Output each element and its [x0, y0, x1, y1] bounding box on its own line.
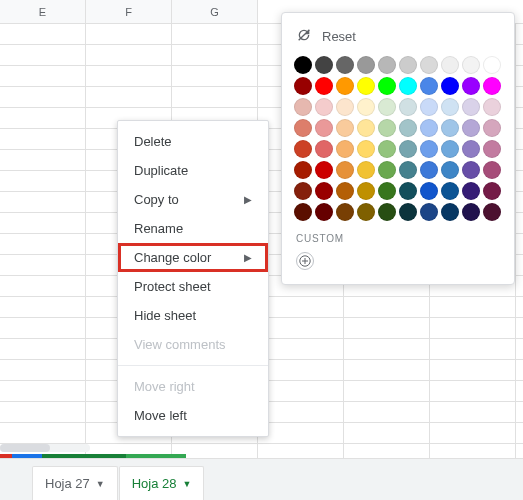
grid-cell[interactable] [0, 171, 86, 191]
color-swatch[interactable] [483, 77, 501, 95]
sheet-tab[interactable]: Hoja 28▼ [119, 466, 205, 500]
menu-delete[interactable]: Delete [118, 127, 268, 156]
color-swatch[interactable] [462, 140, 480, 158]
color-swatch[interactable] [336, 77, 354, 95]
grid-cell[interactable] [0, 150, 86, 170]
grid-cell[interactable] [172, 87, 258, 107]
color-swatch[interactable] [378, 182, 396, 200]
grid-cell[interactable] [430, 318, 516, 338]
grid-cell[interactable] [0, 381, 86, 401]
color-swatch[interactable] [378, 161, 396, 179]
color-swatch[interactable] [315, 56, 333, 74]
color-swatch[interactable] [483, 98, 501, 116]
color-swatch[interactable] [357, 203, 375, 221]
column-header[interactable]: F [86, 0, 172, 23]
color-swatch[interactable] [399, 98, 417, 116]
color-swatch[interactable] [294, 182, 312, 200]
color-swatch[interactable] [441, 161, 459, 179]
grid-cell[interactable] [258, 360, 344, 380]
reset-row[interactable]: Reset [294, 23, 502, 56]
grid-cell[interactable] [172, 66, 258, 86]
grid-cell[interactable] [0, 24, 86, 44]
color-swatch[interactable] [441, 77, 459, 95]
grid-cell[interactable] [258, 297, 344, 317]
color-swatch[interactable] [420, 77, 438, 95]
color-swatch[interactable] [294, 98, 312, 116]
grid-cell[interactable] [172, 24, 258, 44]
grid-cell[interactable] [0, 423, 86, 443]
color-swatch[interactable] [462, 182, 480, 200]
grid-cell[interactable] [344, 381, 430, 401]
grid-cell[interactable] [86, 45, 172, 65]
grid-cell[interactable] [430, 339, 516, 359]
color-swatch[interactable] [483, 119, 501, 137]
color-swatch[interactable] [420, 182, 438, 200]
grid-cell[interactable] [172, 45, 258, 65]
grid-cell[interactable] [0, 297, 86, 317]
horizontal-scrollbar[interactable] [0, 444, 90, 452]
grid-cell[interactable] [258, 423, 344, 443]
color-swatch[interactable] [441, 119, 459, 137]
color-swatch[interactable] [378, 119, 396, 137]
scrollbar-thumb[interactable] [0, 444, 50, 452]
color-swatch[interactable] [315, 77, 333, 95]
color-swatch[interactable] [420, 203, 438, 221]
color-swatch[interactable] [357, 182, 375, 200]
grid-cell[interactable] [0, 45, 86, 65]
menu-duplicate[interactable]: Duplicate [118, 156, 268, 185]
grid-cell[interactable] [430, 297, 516, 317]
grid-cell[interactable] [258, 318, 344, 338]
color-swatch[interactable] [336, 98, 354, 116]
grid-cell[interactable] [0, 234, 86, 254]
grid-cell[interactable] [0, 192, 86, 212]
color-swatch[interactable] [357, 161, 375, 179]
color-swatch[interactable] [399, 77, 417, 95]
color-swatch[interactable] [378, 98, 396, 116]
menu-hide-sheet[interactable]: Hide sheet [118, 301, 268, 330]
color-swatch[interactable] [420, 161, 438, 179]
menu-rename[interactable]: Rename [118, 214, 268, 243]
color-swatch[interactable] [378, 77, 396, 95]
color-swatch[interactable] [357, 98, 375, 116]
grid-cell[interactable] [0, 276, 86, 296]
color-swatch[interactable] [336, 119, 354, 137]
color-swatch[interactable] [420, 98, 438, 116]
color-swatch[interactable] [315, 98, 333, 116]
grid-cell[interactable] [344, 423, 430, 443]
color-swatch[interactable] [462, 161, 480, 179]
grid-cell[interactable] [430, 402, 516, 422]
grid-cell[interactable] [0, 213, 86, 233]
add-custom-color-button[interactable] [296, 252, 314, 270]
grid-cell[interactable] [344, 297, 430, 317]
column-header[interactable]: E [0, 0, 86, 23]
color-swatch[interactable] [441, 182, 459, 200]
color-swatch[interactable] [441, 203, 459, 221]
menu-change-color[interactable]: Change color▶ [118, 243, 268, 272]
color-swatch[interactable] [420, 56, 438, 74]
grid-cell[interactable] [0, 66, 86, 86]
color-swatch[interactable] [315, 140, 333, 158]
grid-cell[interactable] [0, 87, 86, 107]
color-swatch[interactable] [357, 140, 375, 158]
grid-cell[interactable] [0, 339, 86, 359]
grid-cell[interactable] [430, 360, 516, 380]
color-swatch[interactable] [336, 203, 354, 221]
grid-cell[interactable] [0, 129, 86, 149]
color-swatch[interactable] [483, 56, 501, 74]
color-swatch[interactable] [441, 56, 459, 74]
color-swatch[interactable] [357, 56, 375, 74]
color-swatch[interactable] [462, 56, 480, 74]
color-swatch[interactable] [315, 161, 333, 179]
color-swatch[interactable] [483, 161, 501, 179]
color-swatch[interactable] [399, 56, 417, 74]
color-swatch[interactable] [420, 119, 438, 137]
color-swatch[interactable] [462, 119, 480, 137]
column-header[interactable]: G [172, 0, 258, 23]
color-swatch[interactable] [399, 161, 417, 179]
sheet-tab[interactable]: Hoja 27▼ [32, 466, 118, 500]
grid-cell[interactable] [86, 87, 172, 107]
color-swatch[interactable] [357, 119, 375, 137]
color-swatch[interactable] [294, 140, 312, 158]
grid-cell[interactable] [0, 255, 86, 275]
grid-cell[interactable] [0, 108, 86, 128]
